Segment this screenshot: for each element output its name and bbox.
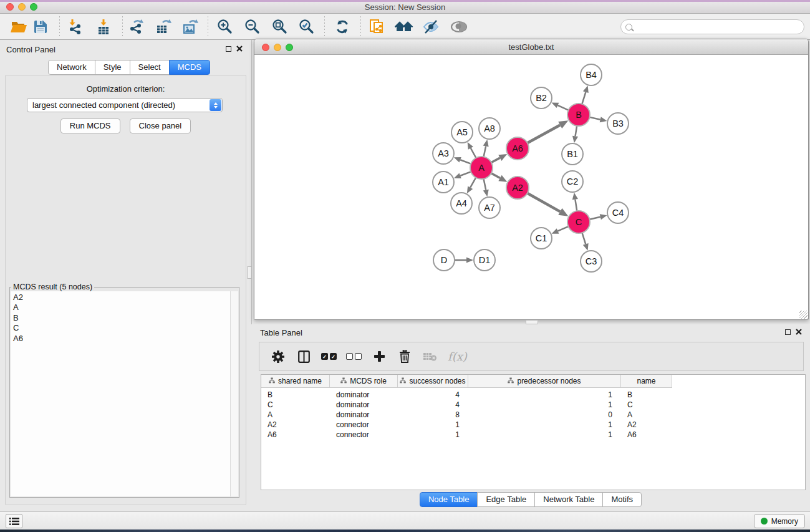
network-window-titlebar[interactable]: testGlobe.txt <box>254 39 808 55</box>
horizontal-splitter-handle[interactable] <box>526 320 538 324</box>
graph-edge-A-A4[interactable] <box>470 178 476 188</box>
graph-node-B2[interactable]: B2 <box>531 87 552 109</box>
tab-style[interactable]: Style <box>95 60 130 75</box>
graph-edge-A-A2[interactable] <box>491 173 500 178</box>
graph-node-A6[interactable]: A6 <box>506 137 529 160</box>
table-tab-motifs[interactable]: Motifs <box>602 492 642 507</box>
table-row[interactable]: A6connector11A6 <box>261 430 805 440</box>
graph-edge-A6-B[interactable] <box>528 125 560 143</box>
open-network-file-icon[interactable] <box>366 17 388 37</box>
column-header-MCDS-role[interactable]: MCDS role <box>330 375 398 388</box>
table-row[interactable]: Bdominator41B <box>261 390 805 400</box>
zoom-selected-icon[interactable] <box>296 17 318 37</box>
graph-node-A1[interactable]: A1 <box>433 172 454 193</box>
close-panel-icon[interactable] <box>236 46 243 52</box>
home-layout-icon[interactable] <box>393 17 415 37</box>
graph-node-C[interactable]: C <box>567 211 590 233</box>
function-builder-icon[interactable]: f(x) <box>448 350 467 363</box>
table-tab-node-table[interactable]: Node Table <box>420 492 478 507</box>
graph-node-A7[interactable]: A7 <box>479 197 500 218</box>
mcds-result-item[interactable]: A6 <box>13 334 238 344</box>
graph-node-C2[interactable]: C2 <box>562 171 583 192</box>
graph-edge-B-B4[interactable] <box>582 92 586 104</box>
graph-edge-B-B3[interactable] <box>590 117 600 120</box>
add-column-icon[interactable] <box>371 349 387 365</box>
table-row[interactable]: A2connector11A2 <box>261 420 805 430</box>
delete-table-icon[interactable] <box>422 349 438 365</box>
column-header-shared-name[interactable]: shared name <box>261 375 330 388</box>
mcds-result-scrollbar[interactable] <box>230 291 238 496</box>
task-history-button[interactable] <box>6 514 22 528</box>
graph-node-A4[interactable]: A4 <box>451 193 472 214</box>
graph-edge-A-A3[interactable] <box>460 160 471 163</box>
column-header-predecessor-nodes[interactable]: predecessor nodes <box>468 375 621 388</box>
tab-mcds[interactable]: MCDS <box>169 60 210 75</box>
tab-network[interactable]: Network <box>48 60 95 75</box>
zoom-out-icon[interactable] <box>241 17 264 37</box>
memory-button[interactable]: Memory <box>754 514 805 528</box>
graph-node-C1[interactable]: C1 <box>531 228 552 249</box>
table-row[interactable]: Cdominator41C <box>261 400 805 410</box>
graph-edge-A-A5[interactable] <box>471 148 476 158</box>
close-panel-button[interactable]: Close panel <box>130 118 191 133</box>
open-session-icon[interactable] <box>7 17 30 37</box>
column-header-successor-nodes[interactable]: successor nodes <box>398 375 468 388</box>
hide-panel-icon[interactable] <box>420 17 442 37</box>
graph-node-A[interactable]: A <box>470 157 493 179</box>
search-field[interactable] <box>620 19 804 34</box>
graph-edge-B-B1[interactable] <box>576 126 577 137</box>
graph-edge-A-A7[interactable] <box>484 179 486 190</box>
mcds-result-list[interactable]: A2ABCA6 <box>11 291 238 496</box>
graph-edge-A-A8[interactable] <box>484 146 486 157</box>
graph-node-A3[interactable]: A3 <box>433 143 454 164</box>
column-layout-icon[interactable] <box>296 349 312 365</box>
float-panel-icon[interactable] <box>785 329 791 335</box>
export-network-icon[interactable] <box>125 17 148 37</box>
export-image-icon[interactable] <box>179 17 201 37</box>
mcds-result-item[interactable]: A2 <box>13 293 238 302</box>
graph-node-D1[interactable]: D1 <box>474 249 495 271</box>
run-mcds-button[interactable]: Run MCDS <box>60 118 120 133</box>
graph-edge-C-C2[interactable] <box>575 200 577 211</box>
mcds-result-item[interactable]: A <box>13 302 238 312</box>
attribute-settings-icon[interactable] <box>270 349 286 365</box>
import-network-icon[interactable] <box>64 17 87 37</box>
table-row[interactable]: Adominator80A <box>261 410 805 420</box>
column-header-name[interactable]: name <box>621 375 672 388</box>
graph-node-B4[interactable]: B4 <box>581 64 602 85</box>
vertical-splitter-handle[interactable] <box>247 266 252 279</box>
graph-edge-C-C3[interactable] <box>582 233 586 244</box>
window-resize-grip[interactable] <box>799 311 808 319</box>
graph-edge-A-A1[interactable] <box>460 172 471 175</box>
save-session-icon[interactable] <box>29 17 52 37</box>
graph-node-C4[interactable]: C4 <box>607 202 629 223</box>
graph-node-A8[interactable]: A8 <box>479 118 500 139</box>
graph-node-B1[interactable]: B1 <box>562 143 583 165</box>
select-all-checkboxes-icon[interactable]: ✓✓ <box>321 353 337 360</box>
close-panel-icon[interactable] <box>796 329 802 335</box>
search-input[interactable] <box>635 21 804 33</box>
export-table-icon[interactable] <box>152 17 175 37</box>
graph-edge-B-B2[interactable] <box>557 105 568 110</box>
tab-select[interactable]: Select <box>130 60 170 75</box>
graph-edge-A2-C[interactable] <box>528 193 561 212</box>
import-table-icon[interactable] <box>92 17 115 37</box>
graph-edge-C-C1[interactable] <box>558 226 569 231</box>
network-canvas[interactable]: B4B2BB3A5A8A6B1A3AC2A1A2A4A7C4CC1C3DD1 <box>254 55 808 319</box>
table-tab-edge-table[interactable]: Edge Table <box>477 492 535 507</box>
deselect-all-checkboxes-icon[interactable] <box>346 353 362 360</box>
delete-column-icon[interactable] <box>397 349 413 365</box>
table-tab-network-table[interactable]: Network Table <box>534 492 603 507</box>
zoom-in-icon[interactable] <box>214 17 236 37</box>
show-panel-icon[interactable] <box>448 17 470 37</box>
mcds-result-item[interactable]: B <box>13 313 238 323</box>
refresh-view-icon[interactable] <box>331 17 354 37</box>
mcds-result-item[interactable]: C <box>13 323 238 333</box>
zoom-fit-icon[interactable] <box>269 17 291 37</box>
graph-node-A2[interactable]: A2 <box>506 177 529 199</box>
graph-node-B3[interactable]: B3 <box>607 113 629 134</box>
graph-node-B[interactable]: B <box>567 104 590 126</box>
graph-edge-A-A6[interactable] <box>491 158 500 162</box>
graph-node-C3[interactable]: C3 <box>581 251 602 272</box>
criterion-dropdown[interactable]: largest connected component (directed) <box>27 98 223 112</box>
